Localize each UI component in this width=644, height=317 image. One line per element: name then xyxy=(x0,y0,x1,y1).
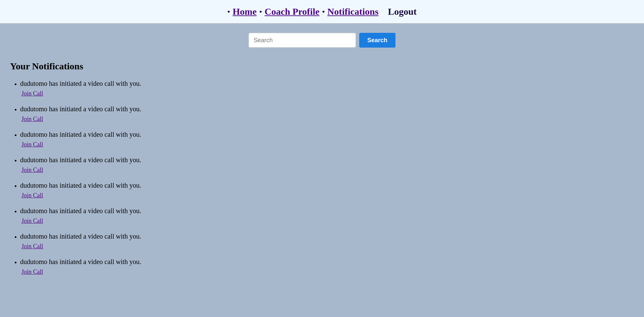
main-content: Your Notifications dudutomo has initiate… xyxy=(0,54,644,297)
search-input[interactable] xyxy=(249,33,356,48)
notification-message: dudutomo has initiated a video call with… xyxy=(20,258,634,266)
nav-bar: • Home • Coach Profile • Notifications L… xyxy=(0,0,644,23)
nav-notifications-link[interactable]: Notifications xyxy=(327,6,378,17)
join-call-link[interactable]: Join Call xyxy=(20,167,43,174)
join-call-link[interactable]: Join Call xyxy=(20,243,43,250)
nav-coach-profile-link[interactable]: Coach Profile xyxy=(265,6,320,17)
notification-message: dudutomo has initiated a video call with… xyxy=(20,156,634,164)
join-call-link[interactable]: Join Call xyxy=(20,116,43,123)
nav-home-link[interactable]: Home xyxy=(233,6,257,17)
join-call-link[interactable]: Join Call xyxy=(20,217,43,225)
list-item: dudutomo has initiated a video call with… xyxy=(20,258,634,281)
list-item: dudutomo has initiated a video call with… xyxy=(20,233,634,255)
list-item: dudutomo has initiated a video call with… xyxy=(20,156,634,179)
join-call-link[interactable]: Join Call xyxy=(20,268,43,275)
notification-message: dudutomo has initiated a video call with… xyxy=(20,233,634,240)
notification-message: dudutomo has initiated a video call with… xyxy=(20,207,634,215)
notification-message: dudutomo has initiated a video call with… xyxy=(20,105,634,113)
list-item: dudutomo has initiated a video call with… xyxy=(20,80,634,103)
list-item: dudutomo has initiated a video call with… xyxy=(20,207,634,230)
nav-logout-link[interactable]: Logout xyxy=(388,6,417,17)
nav-bullet-notifications: • xyxy=(322,7,325,16)
nav-bullet-home: • xyxy=(227,7,230,16)
notifications-list: dudutomo has initiated a video call with… xyxy=(10,80,634,281)
notification-message: dudutomo has initiated a video call with… xyxy=(20,131,634,138)
join-call-link[interactable]: Join Call xyxy=(20,141,43,148)
list-item: dudutomo has initiated a video call with… xyxy=(20,131,634,153)
list-item: dudutomo has initiated a video call with… xyxy=(20,105,634,128)
page-title: Your Notifications xyxy=(10,61,634,72)
nav-bullet-coach: • xyxy=(259,7,262,16)
search-button[interactable]: Search xyxy=(359,33,395,48)
join-call-link[interactable]: Join Call xyxy=(20,90,43,97)
list-item: dudutomo has initiated a video call with… xyxy=(20,182,634,204)
notification-message: dudutomo has initiated a video call with… xyxy=(20,182,634,189)
search-container: Search xyxy=(0,23,644,54)
notification-message: dudutomo has initiated a video call with… xyxy=(20,80,634,87)
join-call-link[interactable]: Join Call xyxy=(20,192,43,199)
